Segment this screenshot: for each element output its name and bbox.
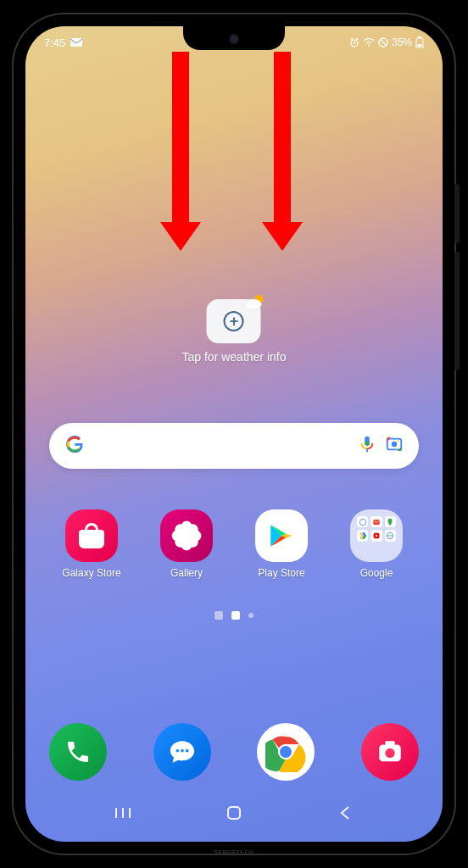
svg-rect-0 [70, 38, 82, 47]
svg-point-14 [392, 442, 397, 447]
svg-rect-17 [373, 520, 380, 525]
power-button [454, 252, 460, 370]
status-time: 7:45 [44, 36, 65, 49]
front-camera [228, 33, 240, 45]
navigation-bar [25, 796, 443, 830]
phone-icon [64, 738, 92, 765]
page-dot[interactable] [248, 613, 254, 618]
app-label: Play Store [258, 567, 304, 579]
home-screen[interactable]: 7:45 35% [25, 26, 443, 842]
app-gallery[interactable]: Gallery [144, 509, 229, 579]
cloud-sun-icon [244, 294, 266, 309]
galaxy-store-icon [65, 509, 118, 562]
weather-icon[interactable]: + [207, 299, 261, 343]
status-right: 35% [349, 36, 424, 48]
status-left: 7:45 [44, 36, 82, 49]
svg-rect-11 [365, 441, 370, 446]
wifi-icon [363, 38, 375, 47]
dock [49, 723, 419, 781]
svg-point-22 [181, 749, 184, 753]
plus-icon: + [224, 311, 244, 331]
weather-widget[interactable]: + Tap for weather info [182, 299, 287, 364]
app-grid: Galaxy Store Gallery Play Store [49, 509, 419, 579]
google-search-bar[interactable] [49, 423, 419, 469]
app-google-folder[interactable]: Google [334, 509, 419, 579]
nav-home[interactable] [209, 800, 259, 826]
battery-percent: 35% [392, 36, 412, 48]
nav-back[interactable] [320, 800, 370, 826]
dock-chrome[interactable] [257, 723, 315, 781]
dock-messages[interactable] [153, 723, 211, 781]
app-label: Gallery [170, 567, 203, 579]
gallery-icon [160, 509, 213, 562]
volume-button [454, 184, 460, 243]
play-store-icon [255, 509, 308, 562]
svg-rect-33 [228, 807, 240, 819]
battery-icon [415, 36, 424, 48]
phone-frame: 7:45 35% [14, 14, 454, 854]
voice-search-icon[interactable] [358, 435, 376, 457]
page-indicator[interactable] [214, 611, 254, 620]
svg-point-16 [359, 519, 366, 526]
google-folder-icon [350, 509, 403, 562]
alarm-icon [349, 37, 359, 47]
svg-point-26 [280, 746, 292, 758]
dnd-icon [378, 37, 388, 47]
camera-icon [376, 737, 404, 766]
chrome-icon [265, 732, 306, 772]
app-label: Galaxy Store [62, 567, 120, 579]
weather-label: Tap for weather info [182, 350, 287, 364]
svg-point-9 [245, 299, 262, 309]
svg-point-21 [176, 749, 179, 753]
dock-camera[interactable] [361, 723, 419, 781]
svg-rect-29 [385, 741, 394, 746]
svg-point-15 [398, 440, 399, 442]
nav-recents[interactable] [98, 800, 148, 826]
svg-point-2 [368, 45, 370, 47]
svg-line-4 [380, 40, 386, 46]
svg-point-28 [385, 748, 394, 758]
google-logo-icon [64, 434, 85, 458]
page-dot-home[interactable] [214, 611, 223, 620]
page-dot-current[interactable] [231, 611, 240, 620]
lens-icon[interactable] [385, 435, 404, 457]
app-play-store[interactable]: Play Store [239, 509, 324, 579]
annotation-arrow-right [267, 52, 298, 251]
messages-icon [168, 737, 197, 766]
dock-phone[interactable] [49, 723, 107, 781]
svg-point-23 [185, 749, 188, 753]
watermark: SEBERTECH [214, 849, 254, 855]
mail-icon [70, 38, 82, 47]
svg-rect-7 [418, 44, 422, 47]
annotation-arrow-left [165, 52, 196, 251]
app-label: Google [360, 567, 393, 579]
app-galaxy-store[interactable]: Galaxy Store [49, 509, 134, 579]
